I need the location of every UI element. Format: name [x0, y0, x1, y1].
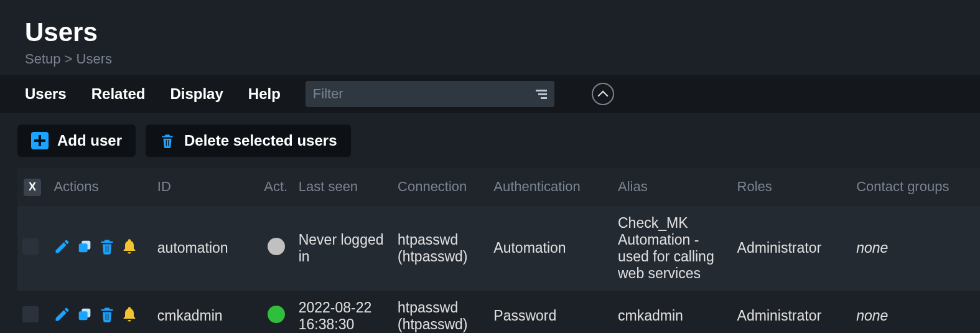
trash-icon[interactable]: [98, 306, 116, 327]
col-alias[interactable]: Alias: [613, 168, 732, 206]
menu-display[interactable]: Display: [170, 85, 223, 103]
delete-selected-button[interactable]: Delete selected users: [146, 124, 350, 157]
col-select[interactable]: X: [17, 168, 49, 206]
filter-field[interactable]: [306, 81, 554, 107]
menu-users[interactable]: Users: [25, 85, 67, 103]
cell-alias: cmkadmin: [613, 291, 732, 334]
action-bar: Add user Delete selected users: [0, 113, 980, 168]
select-all-toggle[interactable]: X: [24, 179, 41, 196]
row-select-checkbox[interactable]: [22, 306, 39, 322]
col-act: Act.: [259, 168, 293, 206]
svg-rect-1: [79, 243, 88, 252]
cell-alias: Check_MK Automation - used for calling w…: [613, 206, 732, 291]
delete-selected-label: Delete selected users: [184, 132, 337, 149]
bell-icon[interactable]: [121, 306, 138, 327]
cell-roles: Administrator: [732, 206, 852, 291]
bell-icon[interactable]: [121, 238, 138, 259]
table-row: cmkadmin2022-08-22 16:38:30htpasswd (htp…: [17, 291, 980, 334]
menu-help[interactable]: Help: [248, 85, 281, 103]
clone-icon[interactable]: [76, 306, 93, 327]
filter-icon: [536, 90, 547, 99]
add-user-button[interactable]: Add user: [17, 124, 136, 157]
menu-related[interactable]: Related: [91, 85, 146, 103]
status-dot: [268, 238, 285, 255]
chevron-up-icon: [597, 91, 608, 101]
col-id[interactable]: ID: [152, 168, 259, 206]
filter-input[interactable]: [313, 86, 536, 102]
col-roles[interactable]: Roles: [732, 168, 852, 206]
cell-contact-groups: none: [851, 291, 980, 334]
svg-rect-3: [79, 311, 88, 320]
add-user-label: Add user: [57, 132, 122, 149]
breadcrumb: Setup > Users: [25, 51, 955, 67]
page-title: Users: [25, 17, 955, 47]
menu-bar: Users Related Display Help: [0, 75, 980, 113]
col-connection[interactable]: Connection: [393, 168, 488, 206]
cell-last-seen: 2022-08-22 16:38:30: [294, 291, 393, 334]
trash-icon: [159, 133, 175, 149]
plus-icon: [31, 132, 49, 149]
cell-connection: htpasswd (htpasswd): [393, 206, 488, 291]
cell-last-seen: Never logged in: [294, 206, 393, 291]
clone-icon[interactable]: [76, 238, 93, 259]
edit-icon[interactable]: [54, 306, 71, 327]
cell-authentication: Password: [488, 291, 613, 334]
col-contact-groups[interactable]: Contact groups: [851, 168, 980, 206]
cell-id[interactable]: cmkadmin: [152, 291, 259, 334]
col-last-seen[interactable]: Last seen: [294, 168, 393, 206]
cell-connection: htpasswd (htpasswd): [393, 291, 488, 334]
status-dot: [268, 306, 285, 323]
cell-authentication: Automation: [488, 206, 613, 291]
collapse-button[interactable]: [592, 83, 614, 105]
table-row: automationNever logged inhtpasswd (htpas…: [17, 206, 980, 291]
col-actions: Actions: [49, 168, 152, 206]
cell-roles: Administrator: [732, 291, 852, 334]
row-select-checkbox[interactable]: [22, 238, 39, 255]
col-authentication[interactable]: Authentication: [488, 168, 613, 206]
trash-icon[interactable]: [98, 238, 116, 259]
edit-icon[interactable]: [54, 238, 71, 259]
users-table: X Actions ID Act. Last seen Connection A…: [17, 168, 980, 333]
cell-id[interactable]: automation: [152, 206, 259, 291]
cell-contact-groups: none: [851, 206, 980, 291]
